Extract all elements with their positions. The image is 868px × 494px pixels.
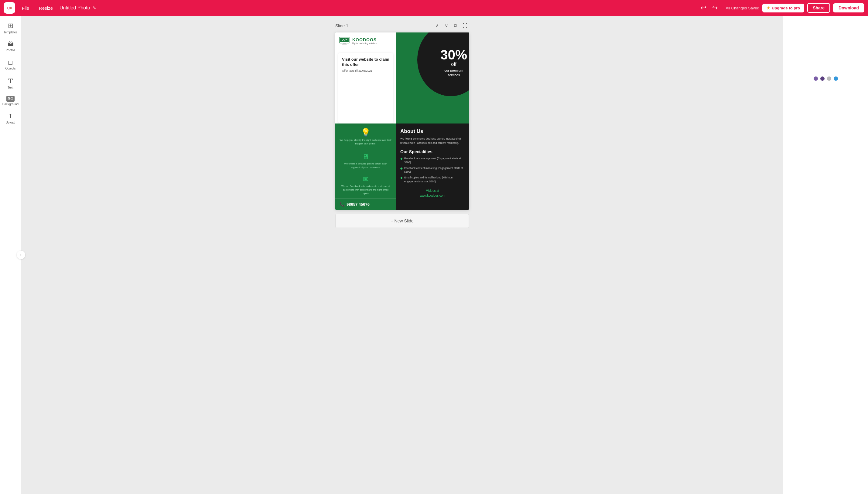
upgrade-button[interactable]: ★ Upgrade to pro bbox=[762, 4, 804, 13]
topbar: CH File Resize Untitled Photo ✎ ↩ ↪ All … bbox=[0, 0, 868, 16]
download-button[interactable]: Download bbox=[833, 3, 864, 13]
canvas-area[interactable]: Slide 1 ∧ ∨ ⧉ ⛶ bbox=[21, 16, 783, 494]
slide-bottom: 💡 We help you identify the right audienc… bbox=[335, 124, 469, 210]
sidebar-label-photos: Photos bbox=[6, 49, 15, 52]
color-dots-row bbox=[814, 76, 838, 81]
about-text: We help E-commerce business owners incre… bbox=[400, 137, 465, 145]
services-col: 💡 We help you identify the right audienc… bbox=[335, 124, 396, 210]
topbar-right-actions: All Changes Saved ★ Upgrade to pro Share… bbox=[726, 3, 864, 13]
logo-area: KOODOOS Digital marketing solutions bbox=[335, 33, 396, 49]
visit-label: Visit us at bbox=[426, 189, 439, 192]
offer-title: Visit our website to claim this offer bbox=[342, 57, 390, 68]
new-slide-button[interactable]: + New Slide bbox=[335, 214, 469, 228]
service-2-text: We create a detailed plan to target each… bbox=[340, 162, 392, 169]
undo-redo-group: ↩ ↪ bbox=[699, 3, 720, 13]
svg-rect-1 bbox=[340, 38, 349, 42]
email-icon: ✉ bbox=[363, 175, 368, 183]
resize-menu[interactable]: Resize bbox=[36, 4, 56, 13]
app-logo[interactable]: CH bbox=[4, 2, 15, 14]
spec-3-text: Email copies and funnel hacking (Minimum… bbox=[404, 176, 465, 184]
text-icon: T bbox=[8, 77, 13, 85]
sidebar-label-text: Text bbox=[7, 86, 13, 89]
file-menu[interactable]: File bbox=[19, 4, 32, 13]
diamond-icon-3: ◆ bbox=[400, 176, 403, 184]
slide-copy-button[interactable]: ⧉ bbox=[452, 22, 458, 30]
sidebar-item-photos[interactable]: 🏔 Photos bbox=[2, 38, 19, 54]
phone-icon: 📞 bbox=[340, 202, 345, 207]
phone-number: 98657 45676 bbox=[346, 202, 369, 207]
sidebar-collapse-button[interactable]: › bbox=[17, 251, 25, 259]
offer-box: Visit our website to claim this offer Of… bbox=[338, 53, 393, 124]
dot-4 bbox=[834, 76, 838, 81]
specialities-title: Our Specialities bbox=[400, 149, 465, 154]
logo-text-group: KOODOOS Digital marketing solutions bbox=[352, 37, 377, 44]
main-layout: ⊞ Templates 🏔 Photos ◻ Objects T Text BG… bbox=[0, 16, 868, 494]
promo-desc-line1: our premium bbox=[444, 68, 463, 73]
sidebar-item-objects[interactable]: ◻ Objects bbox=[2, 56, 19, 73]
spec-item-2: ◆ Facebook content marketing (Engagement… bbox=[400, 166, 465, 174]
service-1-text: We help you identify the right audience … bbox=[340, 138, 392, 146]
spec-2-text: Facebook content marketing (Engagement s… bbox=[404, 166, 465, 174]
promo-desc-line2: services bbox=[448, 73, 460, 77]
dot-3 bbox=[827, 76, 831, 81]
visit-link: Visit us at www.koodoos.com bbox=[400, 188, 465, 198]
sidebar-item-upload[interactable]: ⬆ Upload bbox=[2, 110, 19, 127]
visit-url: www.koodoos.com bbox=[420, 194, 445, 197]
sidebar-item-background[interactable]: BG Background bbox=[2, 93, 19, 108]
service-item-2: 🖥 We create a detailed plan to target ea… bbox=[335, 150, 396, 172]
service-3-text: We run Facebook ads and create a stream … bbox=[340, 185, 392, 195]
upload-icon: ⬆ bbox=[8, 113, 13, 120]
slide-label: Slide 1 bbox=[335, 23, 348, 28]
promo-off: off bbox=[451, 62, 456, 67]
service-item-3: ✉ We run Facebook ads and create a strea… bbox=[335, 172, 396, 198]
offer-subtitle: Offer lasts till 21/06/2021 bbox=[342, 69, 390, 72]
service-item-1: 💡 We help you identify the right audienc… bbox=[335, 124, 396, 150]
promo-percent: 30% bbox=[440, 48, 467, 62]
sidebar: ⊞ Templates 🏔 Photos ◻ Objects T Text BG… bbox=[0, 16, 21, 494]
photos-icon: 🏔 bbox=[7, 41, 14, 48]
dot-2 bbox=[820, 76, 825, 81]
sidebar-item-templates[interactable]: ⊞ Templates bbox=[2, 19, 19, 36]
star-icon: ★ bbox=[766, 6, 770, 10]
logo-name: KOODOOS bbox=[352, 37, 377, 42]
about-col: About Us We help E-commerce business own… bbox=[396, 124, 469, 210]
slide-canvas[interactable]: KOODOOS Digital marketing solutions Visi… bbox=[335, 33, 469, 210]
sidebar-label-templates: Templates bbox=[4, 31, 18, 34]
redo-button[interactable]: ↪ bbox=[710, 3, 720, 13]
monitor2-icon: 🖥 bbox=[362, 153, 369, 161]
slide-controls: ∧ ∨ ⧉ ⛶ bbox=[434, 22, 469, 30]
undo-button[interactable]: ↩ bbox=[699, 3, 708, 13]
sidebar-label-upload: Upload bbox=[6, 121, 16, 124]
svg-rect-2 bbox=[343, 43, 346, 44]
document-title-area: Untitled Photo ✎ bbox=[59, 5, 693, 11]
slide-top-section: KOODOOS Digital marketing solutions Visi… bbox=[335, 33, 469, 124]
about-title: About Us bbox=[400, 128, 465, 134]
slide-expand-button[interactable]: ⛶ bbox=[461, 22, 469, 30]
slide-up-button[interactable]: ∧ bbox=[434, 22, 441, 30]
spec-item-1: ◆ Facebook ads management (Engagment sta… bbox=[400, 156, 465, 165]
sidebar-label-objects: Objects bbox=[5, 67, 16, 70]
diamond-icon-2: ◆ bbox=[400, 167, 403, 174]
templates-icon: ⊞ bbox=[8, 22, 13, 30]
spec-item-3: ◆ Email copies and funnel hacking (Minim… bbox=[400, 176, 465, 184]
slide-down-button[interactable]: ∨ bbox=[443, 22, 450, 30]
lightbulb-icon: 💡 bbox=[361, 128, 370, 137]
right-panel bbox=[783, 16, 868, 494]
edit-title-icon[interactable]: ✎ bbox=[93, 5, 96, 10]
dot-1 bbox=[814, 76, 818, 81]
share-button[interactable]: Share bbox=[807, 3, 830, 13]
spec-1-text: Facebook ads management (Engagment start… bbox=[404, 156, 465, 165]
save-status: All Changes Saved bbox=[726, 6, 759, 10]
objects-icon: ◻ bbox=[8, 59, 13, 66]
monitor-icon bbox=[339, 37, 350, 44]
slide-right-col: 30% off our premium services bbox=[396, 33, 469, 124]
slide-left-col: KOODOOS Digital marketing solutions Visi… bbox=[335, 33, 396, 124]
promo-oval: 30% off our premium services bbox=[417, 33, 469, 96]
sidebar-label-background: Background bbox=[2, 102, 19, 106]
phone-row: 📞 98657 45676 bbox=[335, 198, 396, 210]
document-title: Untitled Photo bbox=[59, 5, 90, 11]
sidebar-item-text[interactable]: T Text bbox=[2, 74, 19, 92]
diamond-icon-1: ◆ bbox=[400, 157, 403, 165]
background-icon: BG bbox=[6, 96, 15, 102]
logo-tagline: Digital marketing solutions bbox=[352, 42, 377, 44]
